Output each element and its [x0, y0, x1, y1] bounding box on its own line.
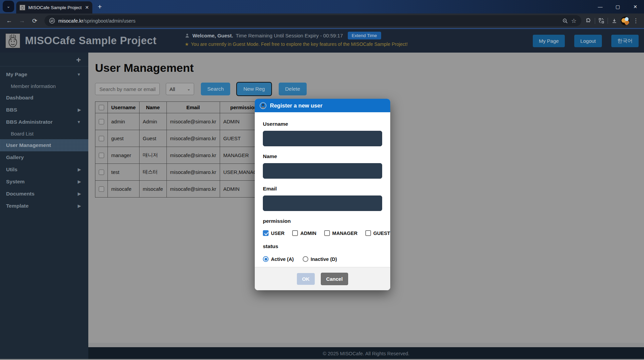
my-page-button[interactable]: My Page	[533, 35, 565, 47]
checkbox-icon	[365, 230, 371, 236]
cell-email: misocafe@simaro.kr	[166, 113, 220, 130]
row-checkbox[interactable]	[99, 170, 104, 175]
logout-button[interactable]: Logout	[574, 35, 602, 47]
sidebar-item-my-page[interactable]: My Page▼	[0, 68, 88, 81]
site-info-icon[interactable]	[49, 18, 55, 24]
app-title: MISOCafe Sample Project	[25, 35, 157, 47]
url-path: /springboot/admin/users	[83, 18, 135, 24]
language-toggle-button[interactable]: 한국어	[611, 35, 639, 47]
modal-body: Username Name Email permission USER ADMI…	[255, 112, 390, 267]
cell-name: misocafe	[139, 181, 166, 198]
username-field[interactable]	[263, 131, 382, 146]
sidebar-item-member-information[interactable]: Member information	[0, 81, 88, 92]
filter-select[interactable]: All ⌄	[166, 83, 194, 95]
select-all-checkbox[interactable]	[99, 105, 104, 110]
cell-name: 매니저	[139, 147, 166, 164]
forward-icon[interactable]: →	[16, 15, 28, 27]
apps-grid-icon[interactable]	[599, 18, 604, 24]
name-label: Name	[263, 153, 382, 159]
radio-active[interactable]: Active (A)	[263, 256, 294, 262]
row-checkbox[interactable]	[99, 153, 104, 158]
address-bar[interactable]: misocafe.kr/springboot/admin/users ☆	[44, 15, 581, 26]
bookmark-star-icon[interactable]: ☆	[571, 17, 577, 25]
cell-username: admin	[108, 113, 140, 130]
email-field[interactable]	[263, 196, 382, 211]
chevron-right-icon: ▶	[78, 108, 81, 112]
sidebar-item-gallery[interactable]: Gallery	[0, 151, 88, 163]
search-input[interactable]	[95, 83, 160, 95]
row-checkbox[interactable]	[99, 119, 104, 124]
checkbox-manager[interactable]: MANAGER	[324, 230, 358, 236]
profile-avatar[interactable]	[621, 17, 630, 25]
close-button[interactable]: ✕	[626, 0, 644, 13]
tab-favicon-icon	[20, 5, 25, 10]
extend-time-button[interactable]: Extend Time	[348, 32, 381, 39]
page-title: User Management	[95, 61, 644, 74]
radio-inactive[interactable]: Inactive (D)	[303, 256, 337, 262]
guest-mode-notice: You are currently in Guest Mode. Feel fr…	[191, 41, 408, 47]
menu-kebab-icon[interactable]: ⋮	[633, 17, 639, 24]
sidebar-add-icon[interactable]: +	[76, 56, 81, 64]
back-icon[interactable]: ←	[3, 15, 15, 27]
checkbox-admin[interactable]: ADMIN	[292, 230, 316, 236]
sidebar-item-bbs[interactable]: BBS▶	[0, 104, 88, 116]
minimize-button[interactable]: —	[591, 0, 609, 13]
sidebar-item-board-list[interactable]: Board List	[0, 128, 88, 139]
column-header-email[interactable]: Email	[166, 102, 220, 113]
delete-button[interactable]: Delete	[279, 83, 307, 95]
browser-toolbar: ← → ⟳ misocafe.kr/springboot/admin/users…	[0, 13, 644, 28]
maximize-button[interactable]: ▢	[609, 0, 626, 13]
toolbar-right: ⋮	[585, 17, 641, 25]
browser-window: ⌄ MISOCafe Sample Project ✕ + — ▢ ✕ ← → …	[0, 0, 644, 360]
filter-selected-value: All	[170, 86, 175, 92]
app-header: MISOCafe Sample Project Welcome, Guest. …	[0, 29, 644, 53]
tab-search-button[interactable]: ⌄	[3, 1, 14, 12]
cell-username: manager	[108, 147, 140, 164]
checkbox-icon	[292, 230, 298, 236]
new-tab-button[interactable]: +	[98, 3, 102, 11]
name-field[interactable]	[263, 163, 382, 179]
column-header-name[interactable]: Name	[139, 102, 166, 113]
copyright-text: © 2025 MISOCafe. All Rights Reserved.	[323, 351, 409, 356]
chevron-down-icon: ▼	[77, 72, 81, 77]
sidebar-item-bbs-administrator[interactable]: BBS Administrator▼	[0, 116, 88, 128]
sidebar-item-dashboard[interactable]: Dashboard	[0, 92, 88, 104]
url-text[interactable]: misocafe.kr/springboot/admin/users	[58, 18, 559, 24]
column-header-username[interactable]: Username	[108, 102, 140, 113]
url-domain: misocafe.kr	[58, 18, 83, 24]
browser-tab[interactable]: MISOCafe Sample Project ✕	[16, 1, 92, 13]
radio-icon	[263, 256, 269, 262]
ok-button[interactable]: OK	[297, 273, 315, 285]
cell-username: guest	[108, 130, 140, 147]
toolbar-separator	[608, 18, 608, 24]
row-checkbox[interactable]	[99, 186, 104, 192]
chevron-right-icon: ▶	[78, 167, 81, 172]
sidebar-item-system[interactable]: System▶	[0, 176, 88, 188]
cell-email: misocafe@simaro.kr	[166, 164, 220, 181]
zoom-icon[interactable]	[562, 18, 568, 24]
sidebar-item-template[interactable]: Template▶	[0, 200, 88, 212]
person-icon	[259, 102, 267, 109]
sidebar-item-user-management[interactable]: User Management	[0, 139, 88, 151]
download-icon[interactable]	[611, 18, 617, 24]
cancel-button[interactable]: Cancel	[321, 273, 348, 285]
chevron-right-icon: ▶	[78, 179, 81, 184]
checkbox-icon	[324, 230, 330, 236]
checkbox-user[interactable]: USER	[263, 230, 284, 236]
session-block: Welcome, Guest. Time Remaining Until Ses…	[185, 32, 421, 47]
tab-close-icon[interactable]: ✕	[85, 5, 89, 10]
chevron-right-icon: ▶	[78, 204, 81, 208]
sidebar-item-utils[interactable]: Utils▶	[0, 163, 88, 176]
search-button[interactable]: Search	[201, 83, 230, 95]
cell-email: misocafe@simaro.kr	[166, 130, 220, 147]
new-reg-button[interactable]: New Reg	[237, 83, 271, 95]
checkbox-guest[interactable]: GUEST	[365, 230, 390, 236]
extensions-icon[interactable]	[585, 18, 591, 24]
browser-titlebar: ⌄ MISOCafe Sample Project ✕ + — ▢ ✕	[0, 0, 644, 13]
row-checkbox[interactable]	[99, 136, 104, 141]
app-logo[interactable]	[5, 33, 20, 48]
reload-icon[interactable]: ⟳	[29, 15, 40, 27]
sidebar: + My Page▼ Member information Dashboard …	[0, 53, 88, 360]
sidebar-item-documents[interactable]: Documents▶	[0, 188, 88, 200]
permission-options: USER ADMIN MANAGER GUEST	[263, 230, 382, 236]
